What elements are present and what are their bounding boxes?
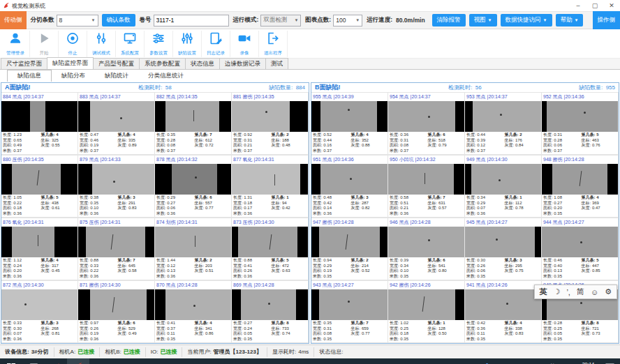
subtab-0[interactable]: 缺陷信息: [7, 70, 52, 82]
defect-cell-880[interactable]: 880 压伤 |20:14:35长度: 1.05宽度: 0.22面积: 0.18…: [1, 155, 78, 218]
defect-cell-955[interactable]: 955 黑点 |20:14:39长度: 0.52宽度: 0.44面积: 0.16…: [311, 92, 388, 155]
ime-simplified[interactable]: 简: [577, 287, 584, 297]
defect-info: 长度: 0.88宽度: 0.33面积: 0.22米数: 0.36第几条: 7坐标…: [78, 257, 154, 280]
tab-5[interactable]: 边缘数据记录: [219, 58, 266, 69]
ime-lang-en[interactable]: 英: [540, 287, 547, 297]
info-width: 宽度: 0.29: [466, 201, 505, 206]
taskbar-active-app[interactable]: [67, 358, 89, 364]
defect-cell-943[interactable]: 943 黑点 |20:14:27长度: 0.35宽度: 0.31面积: 0.08…: [311, 280, 388, 343]
subtab-1[interactable]: 缺陷分布: [52, 70, 95, 82]
defect-cell-878[interactable]: 878 黑点 |20:14:32长度: 0.29宽度: 0.27面积: 0.06…: [155, 155, 232, 218]
defect-cell-873[interactable]: 873 压伤 |20:14:30长度: 0.88宽度: 0.41面积: 0.26…: [232, 218, 309, 280]
panel-title: B面缺陷!: [315, 83, 415, 92]
defect-cell-872[interactable]: 872 黑点 |20:14:30长度: 0.33宽度: 0.30面积: 0.07…: [1, 280, 78, 343]
defect-info: 长度: 1.31宽度: 0.18面积: 0.17米数: 0.36第几条: 1坐标…: [232, 195, 308, 217]
chart-points-select[interactable]: 100▼: [333, 15, 362, 26]
defect-cell-884[interactable]: 884 黑点 |20:14:37长度: 1.23宽度: 0.65面积: 0.49…: [1, 92, 78, 155]
defect-cell-953[interactable]: 953 黑点 |20:14:37长度: 0.44宽度: 0.39面积: 0.12…: [465, 92, 542, 155]
defect-cell-871[interactable]: 871 擦伤 |20:14:30长度: 0.97宽度: 0.26面积: 0.19…: [78, 280, 155, 343]
close-button[interactable]: ✕: [603, 2, 620, 9]
tab-0[interactable]: 尺寸监控界面: [1, 58, 47, 69]
info-width: 宽度: 0.27: [543, 201, 582, 206]
defect-cell-945[interactable]: 945 黑点 |20:14:27长度: 0.30宽度: 0.26面积: 0.06…: [465, 218, 542, 280]
tab-3[interactable]: 系统参数配置: [139, 58, 186, 69]
action-exit[interactable]: 退出程序: [259, 31, 288, 57]
confirm-count-button[interactable]: 确认条数: [102, 14, 135, 26]
ime-emoji-icon[interactable]: ☺: [591, 288, 598, 296]
drive-side-button[interactable]: 传动侧: [0, 11, 27, 29]
defect-cell-944[interactable]: 944 黑点 |20:14:27长度: 0.46宽度: 0.40面积: 0.13…: [542, 218, 619, 280]
tab-6[interactable]: 测试: [265, 58, 288, 69]
roll-number-input[interactable]: [154, 15, 229, 26]
slit-count-select[interactable]: 8▼: [57, 15, 98, 26]
start-button[interactable]: [0, 358, 22, 364]
defect-cell-947[interactable]: 947 擦伤 |20:14:28长度: 0.94宽度: 0.29面积: 0.19…: [311, 218, 388, 280]
ime-punctuation-icon[interactable]: ’,: [566, 288, 570, 296]
defect-cell-879[interactable]: 879 黑点 |20:14:33长度: 0.38宽度: 0.35面积: 0.10…: [78, 155, 155, 218]
defect-cell-954[interactable]: 954 黑点 |20:14:37长度: 0.36宽度: 0.31面积: 0.08…: [388, 92, 465, 155]
tab-2[interactable]: 产品型号配置: [93, 58, 140, 69]
info-gray: 灰度: 0.76: [582, 143, 617, 149]
defect-cell-949[interactable]: 949 黑点 |20:14:30长度: 0.34宽度: 0.29面积: 0.07…: [465, 155, 542, 218]
defect-cell-881[interactable]: 881 擦伤 |20:14:35长度: 0.92宽度: 0.31面积: 0.21…: [232, 92, 309, 155]
defect-cell-876[interactable]: 876 氧化 |20:14:31长度: 1.12宽度: 0.24面积: 0.20…: [1, 218, 78, 280]
clock[interactable]: 20:14 2025/2/10: [577, 362, 599, 364]
defect-cell-877[interactable]: 877 氧化 |20:14:31长度: 1.31宽度: 0.18面积: 0.17…: [232, 155, 309, 218]
clear-alarm-button[interactable]: 清除报警: [432, 14, 466, 26]
view-menu-button[interactable]: 视图▼: [469, 14, 497, 26]
action-sliders-v[interactable]: 缺陷设置: [173, 31, 202, 57]
camera-b-status: 相机B:已连接: [100, 347, 146, 357]
defect-info: 长度: 0.27宽度: 0.24面积: 0.05米数: 0.35第几条: 8坐标…: [232, 320, 308, 342]
defect-cell-950[interactable]: 950 小凹坑 |20:14:32长度: 0.58宽度: 0.51面积: 0.2…: [388, 155, 465, 218]
defect-cell-952[interactable]: 952 黑点 |20:14:36长度: 0.31宽度: 0.28面积: 0.06…: [542, 92, 619, 155]
action-log[interactable]: 日志记录: [202, 31, 230, 57]
defect-info: 长度: 0.36宽度: 0.31面积: 0.08米数: 0.37第几条: 6坐标…: [388, 132, 464, 154]
defect-cell-874[interactable]: 874 划伤 |20:14:31长度: 1.44宽度: 0.12面积: 0.13…: [155, 218, 232, 280]
defect-cell-941[interactable]: 941 黑点 |20:14:26长度: 0.42宽度: 0.36面积: 0.11…: [465, 280, 542, 343]
info-gray: 灰度: 0.47: [582, 206, 617, 211]
defect-cell-883[interactable]: 883 黑点 |20:14:37长度: 0.47宽度: 0.46面积: 0.19…: [78, 92, 155, 155]
defect-image: [1, 164, 78, 195]
subtab-3[interactable]: 分类信息统计: [138, 70, 193, 82]
info-length: 长度: 0.42: [466, 321, 505, 326]
action-sliders-h[interactable]: 参数设置: [145, 31, 173, 57]
defect-cell-header: 953 黑点 |20:14:37: [465, 93, 541, 101]
defect-cell-875[interactable]: 875 压伤 |20:14:31长度: 0.88宽度: 0.33面积: 0.22…: [78, 218, 155, 280]
defect-cell-header: 943 黑点 |20:14:27: [311, 281, 388, 289]
taskbar-app-shortcut[interactable]: [45, 358, 67, 364]
subtab-2[interactable]: 缺陷统计: [95, 70, 138, 82]
action-camera[interactable]: 录像: [230, 31, 259, 57]
defect-cell-951[interactable]: 951 黑点 |20:14:36长度: 0.48宽度: 0.42面积: 0.14…: [311, 155, 388, 218]
info-length: 长度: 0.30: [466, 258, 505, 264]
tab-4[interactable]: 状态信息: [185, 58, 220, 69]
ime-settings-gear-icon[interactable]: ⚙: [605, 287, 612, 296]
action-user[interactable]: 管理登录: [1, 31, 30, 57]
defect-cell-870[interactable]: 870 黑点 |20:14:28长度: 0.41宽度: 0.37面积: 0.11…: [155, 280, 232, 343]
info-gray: 灰度: 0.83: [118, 206, 153, 211]
info-strip: 第几条: 3: [118, 195, 153, 201]
action-monitor[interactable]: 系统配置: [116, 31, 145, 57]
minimize-button[interactable]: –: [570, 2, 586, 9]
action-stop[interactable]: 停止: [59, 31, 87, 57]
info-length: 长度: 1.12: [3, 258, 41, 264]
defect-info: 长度: 0.35宽度: 0.28面积: 0.08米数: 0.37第几条: 7坐标…: [155, 132, 231, 154]
sliders-icon: [94, 31, 108, 48]
action-play[interactable]: 开始: [30, 31, 59, 57]
help-menu-button[interactable]: 帮助▼: [556, 14, 584, 26]
defect-cell-946[interactable]: 946 黑点 |20:14:28长度: 0.39宽度: 0.34面积: 0.10…: [388, 218, 465, 280]
action-sliders[interactable]: 调试模式: [87, 31, 116, 57]
defect-cell-942[interactable]: 942 擦伤 |20:14:26长度: 1.02宽度: 0.25面积: 0.18…: [388, 280, 465, 343]
info-gray: 灰度: 0.77: [195, 206, 230, 211]
run-mode-select[interactable]: 双面检测▼: [260, 15, 301, 26]
defect-cell-882[interactable]: 882 黑点 |20:14:35长度: 0.35宽度: 0.28面积: 0.08…: [155, 92, 232, 155]
tab-1[interactable]: 缺陷监控界面: [47, 57, 94, 69]
ime-moon-icon[interactable]: ☽: [554, 287, 561, 296]
defect-cell-869[interactable]: 869 黑点 |20:14:28长度: 0.27宽度: 0.24面积: 0.05…: [232, 280, 309, 343]
info-length: 长度: 0.31: [543, 132, 582, 138]
quick-access-menu-button[interactable]: 数据快捷访问▼: [501, 14, 552, 26]
operate-side-button[interactable]: 操作侧: [593, 11, 620, 29]
defect-cell-948[interactable]: 948 擦伤 |20:14:28长度: 1.08宽度: 0.27面积: 0.20…: [542, 155, 619, 218]
task-view-button[interactable]: [22, 358, 45, 364]
maximize-button[interactable]: ▢: [586, 2, 603, 9]
defect-cell-header: 880 压伤 |20:14:35: [1, 156, 78, 164]
